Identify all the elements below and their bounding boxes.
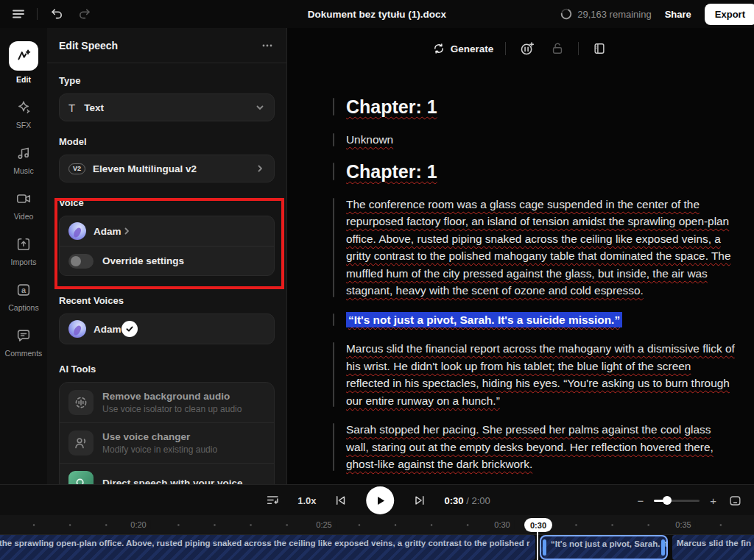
paragraph-block[interactable]: Marcus slid the financial report across … xyxy=(333,340,736,409)
voice-section-label: Voice xyxy=(59,197,275,208)
playhead-marker[interactable]: 0:30 xyxy=(524,518,552,532)
chevron-right-icon xyxy=(255,163,265,174)
credits-remaining-label: 29,163 remaining xyxy=(577,9,651,20)
lock-open-icon[interactable] xyxy=(549,40,566,57)
volume-up-button[interactable]: + xyxy=(710,495,716,507)
heading-block[interactable]: Chapter: 1 xyxy=(333,96,736,118)
regenerate-icon xyxy=(433,43,445,54)
ruler-tick: 0:35 xyxy=(671,520,695,529)
timeline: 0:20 0:25 0:30 0:35 0:30 the sprawling o… xyxy=(0,515,754,560)
play-button[interactable] xyxy=(367,486,395,514)
volume-knob[interactable] xyxy=(663,496,672,505)
sfx-icon xyxy=(15,99,32,116)
model-select[interactable]: V2 Eleven Multilingual v2 xyxy=(59,155,275,182)
ai-tool-title: Direct speech with your voice xyxy=(102,478,243,484)
clip-text: Marcus slid the fin xyxy=(677,539,751,547)
total-time: 2:00 xyxy=(471,495,490,506)
ai-tools-label: AI Tools xyxy=(59,364,275,375)
playhead-line xyxy=(537,532,538,560)
current-time: 0:30 xyxy=(445,495,464,506)
voice-avatar xyxy=(68,222,86,240)
volume-slider[interactable] xyxy=(654,496,700,505)
music-icon xyxy=(15,144,32,162)
timeline-clip-selected[interactable]: “It's not just a pivot, Sarah. It's xyxy=(540,535,668,560)
override-settings-row: Override settings xyxy=(60,246,274,275)
ai-tool-subtitle: Modify voice in existing audio xyxy=(102,444,217,455)
export-button[interactable]: Export xyxy=(705,4,754,25)
paragraph-text: The conference room was a glass cage sus… xyxy=(346,196,736,300)
share-button[interactable]: Share xyxy=(665,9,691,20)
ai-tool-direct-speech[interactable]: Direct speech with your voice xyxy=(60,463,274,484)
chevron-right-icon xyxy=(121,226,132,236)
sidebar-item-label: SFX xyxy=(16,121,31,130)
divider xyxy=(505,42,506,55)
sidebar-item-imports[interactable]: Imports xyxy=(0,235,47,266)
playback-speed[interactable]: 1.0x xyxy=(297,495,316,506)
reader-view-icon[interactable] xyxy=(591,40,608,57)
type-select[interactable]: T Text xyxy=(59,93,275,121)
ai-tool-voice-changer[interactable]: Use voice changer Modify voice in existi… xyxy=(60,422,274,463)
voice-changer-icon xyxy=(68,430,94,456)
paragraph-text: Sarah stopped her pacing. She pressed he… xyxy=(346,421,736,473)
speaker-avatar[interactable] xyxy=(309,313,323,326)
recent-voices-label: Recent Voices xyxy=(59,295,275,306)
timeline-clip[interactable]: Marcus slid the fin xyxy=(672,535,754,560)
ai-tool-remove-background[interactable]: Remove background audio Use voice isolat… xyxy=(60,383,274,422)
sidebar-item-music[interactable]: Music xyxy=(0,144,47,175)
type-value: Text xyxy=(84,102,255,113)
generate-button[interactable]: Generate xyxy=(433,43,494,54)
selected-quote-text[interactable]: “It's not just a pivot, Sarah. It's a su… xyxy=(346,312,622,327)
skip-back-icon[interactable] xyxy=(333,492,349,508)
clip-text: “It's not just a pivot, Sarah. It's xyxy=(551,539,668,548)
quote-block[interactable]: “It's not just a pivot, Sarah. It's a su… xyxy=(333,311,736,329)
ai-tool-subtitle: Use voice isolator to clean up audio xyxy=(102,404,242,414)
voice-avatar xyxy=(68,320,86,338)
sidebar-item-edit[interactable]: Edit xyxy=(0,41,47,84)
divider xyxy=(578,42,579,55)
redo-icon[interactable] xyxy=(76,5,94,23)
paragraph-block[interactable]: The conference room was a glass cage sus… xyxy=(333,196,736,300)
paragraph-block[interactable]: Sarah stopped her pacing. She pressed he… xyxy=(333,421,736,473)
skip-forward-icon[interactable] xyxy=(412,492,429,508)
video-icon xyxy=(15,190,32,208)
model-value: Eleven Multilingual v2 xyxy=(93,163,255,174)
sidebar-item-captions[interactable]: a Captions xyxy=(0,281,47,312)
model-section-label: Model xyxy=(59,136,275,147)
heading-block[interactable]: Chapter: 1 xyxy=(333,160,736,182)
timecode: 0:30 / 2:00 xyxy=(445,495,490,506)
add-pause-icon[interactable] xyxy=(518,39,537,58)
clip-text: the sprawling open-plan office. Above, r… xyxy=(0,539,529,547)
sidebar-item-video[interactable]: Video xyxy=(0,190,47,221)
sidebar-item-comments[interactable]: Comments xyxy=(0,327,47,358)
edit-speech-panel: Edit Speech Type T Text Model V2 Eleven … xyxy=(47,28,287,484)
ruler-tick: 0:30 xyxy=(490,520,514,529)
timeline-ruler[interactable]: 0:20 0:25 0:30 0:35 xyxy=(0,515,754,535)
credits-remaining[interactable]: 29,163 remaining xyxy=(560,8,651,20)
undo-icon[interactable] xyxy=(48,5,66,23)
voice-select-row[interactable]: Adam xyxy=(60,216,274,246)
volume-down-button[interactable]: − xyxy=(637,495,644,507)
queue-icon[interactable] xyxy=(264,492,281,509)
sidebar-item-label: Music xyxy=(13,166,33,175)
recent-voice-name: Adam xyxy=(94,324,121,335)
left-rail: Edit SFX Music Video Imports a Captions xyxy=(0,28,47,484)
override-settings-toggle[interactable] xyxy=(68,254,94,269)
sidebar-item-label: Imports xyxy=(10,258,36,266)
generate-label: Generate xyxy=(451,43,494,54)
sidebar-item-sfx[interactable]: SFX xyxy=(0,99,47,130)
captions-icon-glyph: a xyxy=(15,281,32,299)
sidebar-item-label: Edit xyxy=(16,75,31,84)
speaker-block[interactable]: Unknown xyxy=(333,131,736,149)
ruler-tick: 0:25 xyxy=(311,520,336,529)
timeline-clip[interactable]: the sprawling open-plan office. Above, r… xyxy=(0,535,535,560)
time-separator: / xyxy=(466,495,469,506)
direct-speech-icon xyxy=(68,471,94,484)
hamburger-menu-icon[interactable] xyxy=(10,6,27,22)
player-bar: 1.0x 0:30 / 2:00 − + xyxy=(0,484,754,515)
check-icon xyxy=(121,321,138,337)
ellipsis-menu-icon[interactable] xyxy=(260,38,275,53)
sidebar-item-label: Video xyxy=(14,212,34,221)
override-settings-label: Override settings xyxy=(102,255,184,266)
mini-player-icon[interactable] xyxy=(727,492,744,509)
recent-voice-row[interactable]: Adam xyxy=(60,314,274,344)
